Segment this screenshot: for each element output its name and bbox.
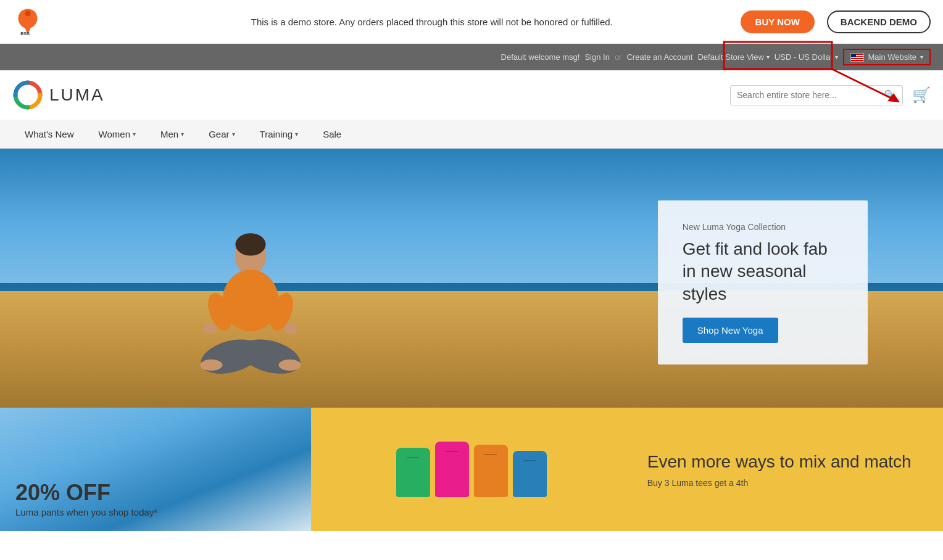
- currency-label: USD - US Dollar: [775, 52, 833, 62]
- website-chevron-icon: ▾: [920, 54, 923, 60]
- hero-content-box: New Luma Yoga Collection Get fit and loo…: [658, 200, 868, 364]
- search-area: 🔍 🛒: [730, 85, 931, 105]
- nav-link-women[interactable]: Women ▾: [86, 120, 148, 148]
- tank-top-pink: [435, 442, 469, 497]
- bss-logo-icon: BSS COMMERCE: [12, 6, 43, 37]
- tank-top-green: [396, 448, 430, 497]
- nav-item-men: Men ▾: [148, 120, 196, 148]
- nav-link-sale[interactable]: Sale: [310, 120, 354, 148]
- main-website-selector[interactable]: Main Website ▾: [843, 49, 931, 65]
- gear-chevron-icon: ▾: [232, 131, 235, 138]
- cart-icon[interactable]: 🛒: [912, 86, 931, 104]
- search-box: 🔍: [730, 85, 903, 105]
- store-view-label: Default Store View: [697, 52, 763, 62]
- svg-point-12: [203, 323, 217, 334]
- promo-mix-match-headline: Even more ways to mix and match: [647, 451, 928, 473]
- site-logo[interactable]: LUMA: [12, 80, 105, 110]
- svg-text:BSS: BSS: [20, 31, 30, 36]
- promo-discount-text: 20% OFF: [15, 480, 296, 506]
- us-flag-icon: [850, 53, 864, 62]
- nav-item-whats-new: What's New: [12, 120, 86, 148]
- nav-link-whats-new[interactable]: What's New: [12, 120, 86, 148]
- hero-collection-label: New Luma Yoga Collection: [683, 222, 843, 232]
- promo-middle-panel: [311, 408, 632, 531]
- nav-training-label: Training: [260, 129, 293, 139]
- nav-gear-label: Gear: [209, 129, 229, 139]
- yoga-person-svg: [189, 225, 312, 404]
- men-chevron-icon: ▾: [181, 131, 184, 138]
- or-separator: or: [615, 52, 622, 62]
- main-website-label: Main Website: [868, 52, 916, 62]
- store-view-dropdown[interactable]: Default Store View ▾: [697, 52, 769, 62]
- women-chevron-icon: ▾: [133, 131, 136, 138]
- nav-item-women: Women ▾: [86, 120, 148, 148]
- buy-now-button[interactable]: BUY NOW: [741, 10, 815, 33]
- hero-headline: Get fit and look fab in new seasonal sty…: [683, 238, 843, 305]
- shop-yoga-button[interactable]: Shop New Yoga: [683, 318, 778, 343]
- promo-right-panel: Even more ways to mix and match Buy 3 Lu…: [632, 408, 943, 531]
- tank-tops-display: [396, 442, 547, 497]
- training-chevron-icon: ▾: [295, 131, 298, 138]
- nav-men-label: Men: [160, 129, 178, 139]
- nav-list: What's New Women ▾ Men ▾ Gear ▾ Training…: [12, 120, 931, 148]
- create-account-link[interactable]: Create an Account: [626, 52, 692, 62]
- hero-section: New Luma Yoga Collection Get fit and loo…: [0, 149, 943, 408]
- promo-left-panel: 20% OFF Luma pants when you shop today*: [0, 408, 311, 531]
- svg-point-7: [235, 233, 265, 255]
- promo-strip: 20% OFF Luma pants when you shop today* …: [0, 408, 943, 531]
- search-input[interactable]: [737, 90, 884, 100]
- currency-dropdown[interactable]: USD - US Dollar ▾: [775, 52, 839, 62]
- luma-logo-icon: [12, 80, 43, 110]
- bss-logo-area: BSS COMMERCE: [12, 6, 123, 37]
- main-navigation: What's New Women ▾ Men ▾ Gear ▾ Training…: [0, 120, 943, 149]
- sign-in-link[interactable]: Sign In: [584, 52, 609, 62]
- search-button[interactable]: 🔍: [884, 89, 896, 101]
- svg-point-17: [278, 360, 301, 371]
- nav-link-gear[interactable]: Gear ▾: [196, 120, 247, 148]
- tank-top-blue: [513, 451, 547, 497]
- top-banner: BSS COMMERCE This is a demo store. Any o…: [0, 0, 943, 44]
- account-bar: Default welcome msg! Sign In or Create a…: [0, 44, 943, 70]
- hero-yoga-figure: [189, 234, 312, 395]
- demo-message: This is a demo store. Any orders placed …: [136, 15, 728, 28]
- backend-demo-button[interactable]: BACKEND DEMO: [827, 10, 931, 33]
- store-view-chevron-icon: ▾: [766, 54, 770, 60]
- nav-item-training: Training ▾: [247, 120, 311, 148]
- promo-mix-match-sub: Buy 3 Luma tees get a 4th: [647, 478, 928, 488]
- svg-point-16: [200, 360, 222, 371]
- svg-point-13: [284, 323, 297, 334]
- nav-link-men[interactable]: Men ▾: [148, 120, 196, 148]
- nav-women-label: Women: [99, 129, 130, 139]
- nav-link-training[interactable]: Training ▾: [247, 120, 311, 148]
- site-header: LUMA 🔍 🛒: [0, 70, 943, 120]
- nav-item-sale: Sale: [310, 120, 354, 148]
- site-name: LUMA: [49, 85, 105, 105]
- currency-chevron-icon: ▾: [835, 54, 838, 60]
- promo-discount-description: Luma pants when you shop today*: [15, 506, 296, 519]
- welcome-message: Default welcome msg!: [501, 52, 580, 62]
- tank-top-orange: [474, 445, 508, 497]
- nav-item-gear: Gear ▾: [196, 120, 247, 148]
